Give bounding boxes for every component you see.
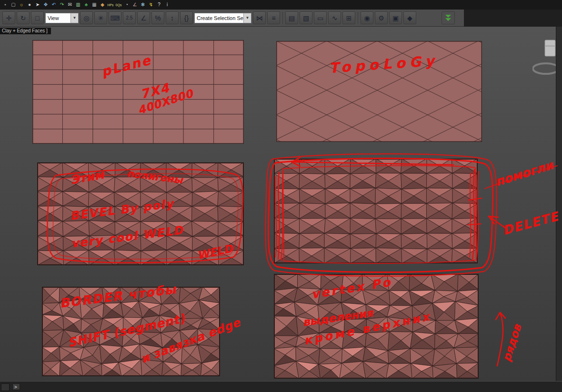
viewcube-cube[interactable] xyxy=(545,40,555,56)
hps-icon[interactable]: HPs xyxy=(107,1,114,9)
plant-icon[interactable]: ♣ xyxy=(82,1,90,9)
named-selection-set-combo[interactable]: Create Selection Se ▼ xyxy=(194,13,251,23)
select-and-rotate-icon[interactable]: ↻ xyxy=(17,11,30,24)
lightning-icon[interactable]: ↯ xyxy=(147,1,155,9)
named-selection-set-value: Create Selection Se xyxy=(195,15,243,21)
plane-triangulated-right[interactable] xyxy=(274,159,478,263)
spinner-snap-icon[interactable]: ↕ xyxy=(166,11,179,24)
angle-snap-icon[interactable]: ∠ xyxy=(137,11,150,24)
chart-icon[interactable]: ▥ xyxy=(74,1,82,9)
viewport-shading-label[interactable]: Clay + Edged Faces ] xyxy=(0,28,51,34)
right-panel-strip xyxy=(556,27,562,381)
keyboard-override-icon[interactable]: ⌨ xyxy=(109,11,121,24)
top-toolbar: ▪ ▢ ☼ ● ➤ ✥ ↶ ↷ ✉ ▥ ♣ ▦ ◆ HPs 0Qs ◔ xyxy=(0,0,562,10)
viewport[interactable]: Clay + Edged Faces ] xyxy=(0,27,556,381)
curve-editor-icon[interactable]: ∿ xyxy=(328,11,341,24)
viewcube[interactable] xyxy=(532,38,556,86)
select-and-manipulate-icon[interactable]: ✳ xyxy=(94,11,107,24)
schematic-view-icon[interactable]: ⊞ xyxy=(342,11,355,24)
viewcube-ring[interactable] xyxy=(533,63,556,74)
info-icon[interactable]: i xyxy=(163,1,171,9)
reference-coordinate-dropdown[interactable]: View ▼ xyxy=(45,13,79,23)
toolbar-separator xyxy=(282,12,283,24)
chevron-down-icon[interactable]: ▼ xyxy=(70,13,78,23)
status-bar: > xyxy=(0,381,562,392)
render-production-icon[interactable]: ◆ xyxy=(403,11,416,24)
undo-icon[interactable]: ↶ xyxy=(50,1,58,9)
sphere-icon[interactable]: ● xyxy=(26,1,33,9)
grid-box-icon[interactable]: ▦ xyxy=(90,1,98,9)
main-toolbar: ✛↻□ View ▼ ◎✳⌨ 2.5∠%↕ {} Create Selectio… xyxy=(0,10,464,27)
plane-diagonal-topology[interactable] xyxy=(276,41,482,142)
edit-named-selection-sets-icon[interactable]: {} xyxy=(180,11,193,24)
chevron-down-icon[interactable]: ▼ xyxy=(243,13,251,23)
chevron-down-icon xyxy=(445,15,451,18)
render-setup-icon[interactable]: ⚙ xyxy=(375,11,388,24)
plane-quad-grid[interactable] xyxy=(32,40,244,144)
collapse-toolbar-button[interactable] xyxy=(442,11,455,24)
plane-bumpy-right[interactable] xyxy=(274,274,479,379)
app-menu-icon[interactable]: ▪ xyxy=(1,1,9,9)
mirror-icon[interactable]: ⋈ xyxy=(253,11,266,24)
clock-icon[interactable]: ◔ xyxy=(123,1,130,9)
select-cursor-icon[interactable]: ➤ xyxy=(34,1,41,9)
redo-icon[interactable]: ↷ xyxy=(58,1,66,9)
use-pivot-center-icon[interactable]: ◎ xyxy=(80,11,93,24)
align-icon[interactable]: ≡ xyxy=(267,11,280,24)
toolbar-separator xyxy=(358,12,358,24)
rendered-frame-icon[interactable]: ▣ xyxy=(389,11,402,24)
pan-hand-icon[interactable]: ✥ xyxy=(42,1,50,9)
scene-explorer-icon[interactable]: ▤ xyxy=(285,11,298,24)
plane-triangulated-left[interactable] xyxy=(37,162,244,265)
percent-snap-icon[interactable]: % xyxy=(151,11,164,24)
layer-manager-icon[interactable]: ▧ xyxy=(300,11,312,24)
main-toolbar-row: ✛↻□ View ▼ ◎✳⌨ 2.5∠%↕ {} Create Selectio… xyxy=(0,10,562,27)
reference-coordinate-value: View xyxy=(46,15,70,21)
new-scene-icon[interactable]: ▢ xyxy=(10,1,17,9)
status-bar-chip xyxy=(1,383,10,391)
envelope-icon[interactable]: ✉ xyxy=(66,1,74,9)
maxscript-mini-listener[interactable]: > xyxy=(12,383,20,390)
angle-icon[interactable]: ∠ xyxy=(131,1,139,9)
sun-icon[interactable]: ☼ xyxy=(18,1,25,9)
material-editor-icon[interactable]: ◉ xyxy=(361,11,373,24)
ribbon-icon[interactable]: ▭ xyxy=(314,11,327,24)
chevron-down-icon xyxy=(445,18,451,21)
3dsmax-window: ▪ ▢ ☼ ● ➤ ✥ ↶ ↷ ✉ ▥ ♣ ▦ ◆ HPs 0Qs ◔ xyxy=(0,0,562,392)
help-icon[interactable]: ? xyxy=(155,1,163,9)
viewcube-edge xyxy=(545,45,555,47)
snowflake-icon[interactable]: ✻ xyxy=(139,1,147,9)
select-and-scale-icon[interactable]: □ xyxy=(31,11,44,24)
plane-bumpy-left[interactable] xyxy=(42,287,220,376)
oqs-icon[interactable]: 0Qs xyxy=(115,1,122,9)
snaps-toggle-icon[interactable]: 2.5 xyxy=(123,11,136,24)
teapot-icon[interactable]: ◆ xyxy=(99,1,106,9)
select-and-move-icon[interactable]: ✛ xyxy=(2,11,15,24)
